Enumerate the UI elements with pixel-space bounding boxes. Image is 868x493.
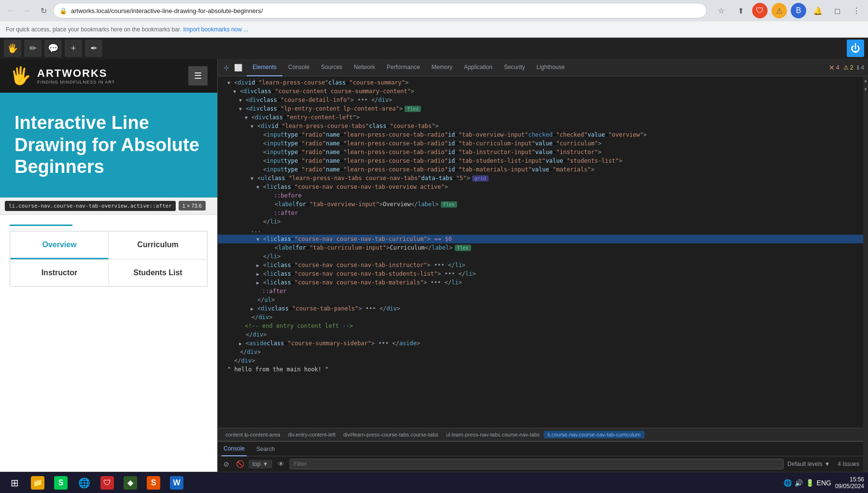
bookmark-button[interactable]: ☆ xyxy=(714,3,729,18)
triangle[interactable] xyxy=(251,306,255,311)
dom-line[interactable]: <li class="course-nav course-nav-tab-ove… xyxy=(218,183,863,191)
taskbar-app-sublime[interactable]: S xyxy=(143,473,164,493)
dom-line[interactable]: <div class="course-detail-info"> ••• </d… xyxy=(218,96,863,104)
dom-line[interactable]: " hello from the main hook! " xyxy=(218,365,863,374)
warning-count[interactable]: ⚠ 2 xyxy=(843,64,854,71)
scroll-down-btn[interactable]: ▼ xyxy=(863,86,868,93)
triangle[interactable] xyxy=(251,124,255,129)
plugin-btn-3[interactable]: 💬 xyxy=(44,40,62,57)
extension-icon-3[interactable]: B xyxy=(791,3,806,18)
breadcrumb-tabs[interactable]: div#learn-press-course-tabs.course-tabs xyxy=(339,431,442,438)
dom-tree[interactable]: <div id="learn-press-course" class="cour… xyxy=(218,76,863,428)
device-icon[interactable]: ⬜ xyxy=(233,63,243,72)
dom-line-selected[interactable]: <li class="course-nav course-nav-tab-cur… xyxy=(218,235,863,243)
dom-line[interactable]: ::before xyxy=(218,191,863,200)
dom-line[interactable]: </div> xyxy=(218,348,863,356)
tab-security[interactable]: Security xyxy=(498,59,531,76)
clear-console-icon[interactable]: ⊘ xyxy=(222,459,231,469)
forward-button[interactable]: → xyxy=(20,4,34,17)
triangle[interactable] xyxy=(239,341,244,346)
dom-line[interactable]: <aside class="course-summary-sidebar"> •… xyxy=(218,339,863,348)
tab-sources[interactable]: Sources xyxy=(315,59,348,76)
top-dropdown[interactable]: top ▼ xyxy=(249,460,272,468)
tab-application[interactable]: Application xyxy=(458,59,498,76)
plugin-btn-4[interactable]: + xyxy=(65,40,82,57)
dom-line[interactable]: <label for="tab-overview-input">Overview… xyxy=(218,200,863,209)
dom-line[interactable]: <div class="course-tab-panels"> ••• </di… xyxy=(218,304,863,313)
console-tab-console[interactable]: Console xyxy=(222,442,247,456)
triangle[interactable] xyxy=(233,89,238,94)
start-button[interactable]: ⊞ xyxy=(4,472,25,493)
info-count[interactable]: ℹ 4 xyxy=(857,64,864,71)
dom-line[interactable]: <div class="entry-content-left"> xyxy=(218,113,863,122)
breadcrumb-ul[interactable]: ul.learn-press-nav-tabs.course-nav-tabs xyxy=(442,431,544,438)
dom-line[interactable]: <div class="lp-entry-content lp-content-… xyxy=(218,104,863,113)
triangle[interactable] xyxy=(239,98,244,103)
plugin-btn-1[interactable]: 🖐 xyxy=(4,40,21,57)
dom-line[interactable]: <li class="course-nav course-nav-tab-ins… xyxy=(218,261,863,269)
triangle[interactable] xyxy=(256,271,261,277)
triangle[interactable] xyxy=(256,263,261,268)
tab-elements[interactable]: Elements xyxy=(247,59,282,76)
address-bar[interactable]: 🔒 artworks.local/course/interactive-line… xyxy=(53,3,707,18)
taskbar-clock[interactable]: 15:56 09/05/2024 xyxy=(835,476,864,490)
dom-line[interactable]: <div class="course-content course-summar… xyxy=(218,87,863,96)
dom-line[interactable]: </ul> xyxy=(218,296,863,304)
menu-button[interactable]: ⋮ xyxy=(849,3,864,18)
tab-network[interactable]: Network xyxy=(348,59,381,76)
dom-line[interactable]: <li class="course-nav course-nav-tab-stu… xyxy=(218,269,863,278)
tab-memory[interactable]: Memory xyxy=(426,59,458,76)
reload-button[interactable]: ↻ xyxy=(37,4,50,17)
dom-line[interactable]: </div> xyxy=(218,356,863,365)
dom-line[interactable]: </div> xyxy=(218,330,863,339)
triangle[interactable] xyxy=(256,280,261,285)
dom-line[interactable]: <input type="radio" name="learn-press-co… xyxy=(218,156,863,165)
error-count[interactable]: ✕ 4 xyxy=(829,64,840,71)
tab-performance[interactable]: Performance xyxy=(381,59,426,76)
inspect-icon[interactable]: ⊹ xyxy=(222,63,231,72)
plugin-btn-5[interactable]: ✒ xyxy=(85,40,102,57)
default-levels-dropdown[interactable]: Default levels ▼ xyxy=(787,461,830,467)
issues-count[interactable]: 4 Issues xyxy=(838,461,859,467)
breadcrumb-entry[interactable]: div.entry-content-left xyxy=(284,431,339,438)
plugin-active-btn[interactable]: ⏻ xyxy=(847,40,864,57)
console-tab-search[interactable]: Search xyxy=(254,442,277,456)
dom-line-dots[interactable]: ... xyxy=(218,226,863,235)
dom-line[interactable]: </div> xyxy=(218,313,863,322)
dom-line[interactable]: <label for="tab-curriculum-input">Curric… xyxy=(218,243,863,252)
filter-icon[interactable]: 🚫 xyxy=(235,459,245,469)
triangle[interactable] xyxy=(256,237,261,242)
taskbar-app-antivirus[interactable]: 🛡 xyxy=(97,473,118,493)
tab-students-list[interactable]: Students List xyxy=(109,259,207,286)
extension-icon-5[interactable]: ◻ xyxy=(829,3,845,18)
dom-line[interactable]: <!-- end entry content left --> xyxy=(218,322,863,330)
breadcrumb-active[interactable]: li.course-nav.course-nav-tab-curriculum xyxy=(544,431,644,438)
taskbar-app-explorer[interactable]: 📁 xyxy=(27,473,48,493)
dom-line[interactable]: <li class="course-nav course-nav-tab-mat… xyxy=(218,278,863,287)
extension-icon-4[interactable]: 🔔 xyxy=(810,3,826,18)
taskbar-app-snagit[interactable]: S xyxy=(50,473,71,493)
tab-curriculum[interactable]: Curriculum xyxy=(109,231,207,259)
dom-line[interactable]: <input type="radio" name="learn-press-co… xyxy=(218,130,863,139)
dom-line[interactable]: <ul class="learn-press-nav-tabs course-n… xyxy=(218,174,863,183)
triangle[interactable] xyxy=(239,106,244,112)
tab-overview[interactable]: Overview xyxy=(10,231,109,259)
dom-line[interactable]: <div id="learn-press-course" class="cour… xyxy=(218,78,863,87)
share-button[interactable]: ⬆ xyxy=(733,3,748,18)
triangle[interactable] xyxy=(251,176,255,181)
eye-icon[interactable]: 👁 xyxy=(276,459,286,469)
dom-line[interactable]: </li> xyxy=(218,217,863,226)
dom-line[interactable]: <input type="radio" name="learn-press-co… xyxy=(218,165,863,174)
dom-line[interactable]: ::after xyxy=(218,209,863,217)
back-button[interactable]: ← xyxy=(4,4,17,17)
scroll-up-btn[interactable]: ▲ xyxy=(863,77,868,84)
breadcrumb-content[interactable]: content.lp-content-area xyxy=(222,431,284,438)
devtools-scrollbar[interactable]: ▲ ▼ xyxy=(863,76,868,472)
dom-line[interactable]: <div id="learn-press-course-tabs" class=… xyxy=(218,122,863,130)
dom-line[interactable]: <input type="radio" name="learn-press-co… xyxy=(218,148,863,156)
tab-console[interactable]: Console xyxy=(282,59,315,76)
tab-lighthouse[interactable]: Lighthouse xyxy=(531,59,571,76)
triangle[interactable] xyxy=(227,80,232,85)
triangle[interactable] xyxy=(256,184,261,190)
filter-input[interactable] xyxy=(290,459,784,469)
